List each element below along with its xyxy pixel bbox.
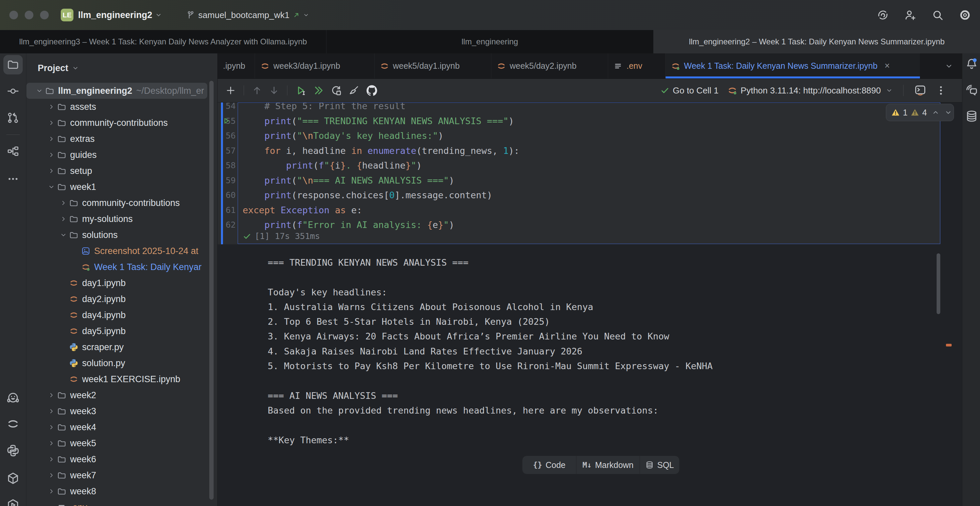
editor-tab-1[interactable]: .ipynb <box>218 53 255 78</box>
error-stripe-mark[interactable] <box>946 344 951 347</box>
tree-item-week7[interactable]: week7 <box>26 467 217 483</box>
cell-type-code-button[interactable]: {}Code <box>522 456 576 474</box>
tree-item-my-solutions[interactable]: my-solutions <box>26 211 217 227</box>
kebab-menu-icon[interactable] <box>935 85 947 96</box>
add-user-icon[interactable] <box>904 9 916 21</box>
ai-assistant-icon[interactable] <box>877 9 889 21</box>
code-line-56[interactable]: print("\nToday's key headlines:") <box>243 129 939 143</box>
notifications-bell-icon[interactable] <box>965 57 978 71</box>
cell-type-markdown-button[interactable]: M↓Markdown <box>576 456 640 474</box>
database-tool-icon[interactable] <box>965 110 978 123</box>
code-line-57[interactable]: for i, headline in enumerate(trending_ne… <box>243 143 939 159</box>
python-console-tool-icon[interactable] <box>6 444 20 457</box>
code-line-62[interactable]: print(f"Error in AI analysis: {e}") <box>243 218 939 232</box>
editor-tab-2[interactable]: week3/day1.ipynb <box>255 53 374 78</box>
clear-outputs-icon[interactable] <box>348 84 360 97</box>
code-line-59[interactable]: print("\n=== AI NEWS ANALYSIS ===") <box>243 173 939 188</box>
tree-item-env[interactable]: .env <box>26 499 217 506</box>
code-line-54[interactable]: # Step 5: Print the result <box>243 102 939 114</box>
code-editor[interactable]: # Step 5: Print the result print("=== TR… <box>243 102 939 232</box>
tree-chevron-right-icon[interactable] <box>59 215 68 223</box>
search-everywhere-icon[interactable] <box>931 9 944 21</box>
tree-chevron-right-icon[interactable] <box>46 391 56 399</box>
tree-item-screenshot-2025-10-24-at[interactable]: Screenshot 2025-10-24 at <box>26 243 217 259</box>
tree-item-week3[interactable]: week3 <box>26 403 217 419</box>
branch-chevron-down-icon[interactable] <box>303 12 309 18</box>
tree-chevron-right-icon[interactable] <box>46 488 56 495</box>
tree-chevron-down-icon[interactable] <box>46 183 56 191</box>
tree-item-llm-engineering2[interactable]: llm_engineering2~/Desktop/llm_er <box>26 83 207 99</box>
tree-item-guides[interactable]: guides <box>26 147 217 163</box>
pull-requests-tool-icon[interactable] <box>7 111 19 124</box>
close-window-button[interactable] <box>10 11 18 19</box>
tree-item-week4[interactable]: week4 <box>26 419 217 435</box>
tree-chevron-right-icon[interactable] <box>46 456 56 463</box>
tree-chevron-right-icon[interactable] <box>59 199 68 207</box>
vcs-branch-widget[interactable]: samuel_bootcamp_wk1 <box>186 10 309 21</box>
project-panel-header[interactable]: Project <box>26 53 217 83</box>
tree-item-community-contributions[interactable]: community-contributions <box>26 115 217 131</box>
move-cell-down-icon[interactable] <box>268 85 280 96</box>
tree-item-week6[interactable]: week6 <box>26 451 217 467</box>
tree-item-extras[interactable]: extras <box>26 131 217 147</box>
services-tool-icon[interactable] <box>6 498 20 506</box>
tree-item-solutions[interactable]: solutions <box>26 227 217 243</box>
add-cell-icon[interactable] <box>225 85 236 96</box>
tree-chevron-down-icon[interactable] <box>59 231 68 239</box>
tree-chevron-right-icon[interactable] <box>46 439 56 447</box>
tree-item-day2-ipynb[interactable]: day2.ipynb <box>26 291 217 307</box>
go-to-cell-button[interactable]: Go to Cell 1 <box>660 86 719 96</box>
move-cell-up-icon[interactable] <box>251 85 263 96</box>
cell-type-sql-button[interactable]: SQL <box>640 456 679 474</box>
tree-item-assets[interactable]: assets <box>26 99 217 115</box>
tree-item-week-1-task-daily-kenyar[interactable]: Week 1 Task: Daily Kenyar <box>26 259 217 275</box>
inspections-widget[interactable]: 1 4 <box>886 104 954 121</box>
tree-item-day5-ipynb[interactable]: day5.ipynb <box>26 323 217 339</box>
project-tool-icon[interactable] <box>7 58 19 71</box>
cell-frame[interactable]: # Step 5: Print the result print("=== TR… <box>238 102 940 244</box>
tree-chevron-right-icon[interactable] <box>46 407 56 415</box>
window-controls[interactable] <box>10 11 49 19</box>
code-line-58[interactable]: print(f"{i}. {headline}") <box>243 158 939 173</box>
prev-problem-chevron-up-icon[interactable] <box>932 108 940 116</box>
code-cell[interactable]: 545556575859606162 # Step 5: Print the r… <box>218 102 940 244</box>
tree-item-week2[interactable]: week2 <box>26 387 217 403</box>
run-line-icon[interactable] <box>222 116 231 125</box>
window-tab-3[interactable]: llm_engineering2 – Week 1 Task: Daily Ke… <box>654 30 980 53</box>
tree-item-community-contributions[interactable]: community-contributions <box>26 195 217 211</box>
window-tab-1[interactable]: llm_engineering3 – Week 1 Task: Kenyan D… <box>0 30 326 53</box>
project-chevron-down-icon[interactable] <box>155 11 162 19</box>
code-line-55[interactable]: print("=== TRENDING KENYAN NEWS ANALYSIS… <box>243 114 939 129</box>
tree-item-solution-py[interactable]: solution.py <box>26 355 217 371</box>
output-scrollbar[interactable] <box>937 253 940 314</box>
code-line-60[interactable]: print(response.choices[0].message.conten… <box>243 188 939 203</box>
tree-chevron-right-icon[interactable] <box>46 151 56 159</box>
editor-tab-6[interactable]: Week 1 Task: Daily Kenyan News Summarize… <box>666 53 920 78</box>
jupyter-console-icon[interactable] <box>914 84 927 97</box>
code-line-61[interactable]: except Exception as e: <box>243 203 939 218</box>
hidden-tabs-chevron-icon[interactable] <box>945 62 953 70</box>
settings-gear-icon[interactable] <box>959 9 971 21</box>
more-tools-icon[interactable] <box>7 173 19 185</box>
ai-chat-tool-icon[interactable] <box>965 83 978 97</box>
tree-item-week1-exercise-ipynb[interactable]: week1 EXERCISE.ipynb <box>26 371 217 387</box>
jupyter-tool-icon[interactable] <box>6 417 20 431</box>
project-header-chevron-down-icon[interactable] <box>72 64 79 72</box>
window-tab-2[interactable]: llm_engineering <box>326 30 654 53</box>
tree-item-scraper-py[interactable]: scraper.py <box>26 339 217 355</box>
interpreter-selector[interactable]: Python 3.11.14: http://localhost:8890 <box>727 86 893 96</box>
next-problem-chevron-down-icon[interactable] <box>944 108 952 116</box>
zoom-window-button[interactable] <box>40 11 49 19</box>
project-tree-scrollbar[interactable] <box>209 81 214 500</box>
tree-item-setup[interactable]: setup <box>26 163 217 179</box>
editor-tab-3[interactable]: week5/day1.ipynb <box>374 53 492 78</box>
editor-gutter[interactable]: 545556575859606162 <box>223 102 237 232</box>
editor-tab-5[interactable]: .env <box>608 53 666 78</box>
run-cell-icon[interactable] <box>295 84 307 97</box>
tree-item-week1[interactable]: week1 <box>26 179 217 195</box>
editor-tab-4[interactable]: week5/day2.ipynb <box>492 53 608 78</box>
close-tab-icon[interactable]: × <box>885 61 890 71</box>
tree-item-day4-ipynb[interactable]: day4.ipynb <box>26 307 217 323</box>
tree-chevron-right-icon[interactable] <box>46 135 56 143</box>
github-icon[interactable] <box>366 84 378 97</box>
